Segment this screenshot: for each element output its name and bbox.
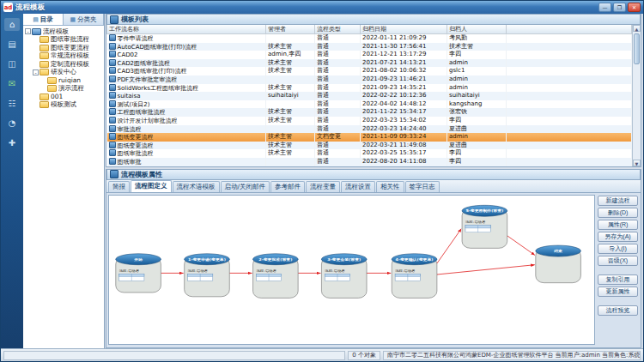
column-header[interactable] <box>507 25 632 34</box>
minimize-button[interactable]: — <box>598 3 611 12</box>
template-row[interactable]: AutoCAD图纸审批(打印)流程技术主管普通2021-11-30 17:56:… <box>107 43 632 51</box>
tab-relevance[interactable]: 相关性 <box>376 181 404 192</box>
cell-archive-date: 2022-08-20 14:11:08 <box>361 158 447 166</box>
tree-toggle-icon[interactable]: - <box>25 28 31 34</box>
import-button[interactable]: 导入(I) <box>598 244 638 254</box>
flow-node-end[interactable]: 结束 <box>536 245 581 283</box>
list-scrollbar[interactable]: ▲ ▼ <box>632 25 641 166</box>
template-row[interactable]: 图纸审批普通2022-08-20 14:11:08李四 <box>107 158 632 166</box>
flow-preview-button[interactable]: 流程预览 <box>598 305 638 316</box>
flow-canvas[interactable]: 开始流程:启动者1-变更申请(变更单)流程:启动者2-变更批准(首查)流程:启动… <box>108 195 595 346</box>
cell-manager <box>266 158 315 166</box>
cell-filler <box>507 75 632 84</box>
update-props-button[interactable]: 更新属性 <box>598 287 638 297</box>
template-row[interactable]: CAD2图纸审批流程技术主管普通2021-07-21 14:13:21admin <box>107 59 632 68</box>
tab-flow-settings[interactable]: 流程设置 <box>341 181 375 192</box>
tree-item[interactable]: 定制流程模板 <box>23 60 104 69</box>
status-bar: 0 个对象 南宁市二零二五科技有限公司鸿蒙EDM-企业图纸管理软件平台 当前用户… <box>1 348 643 361</box>
settings-icon[interactable]: ✚ <box>4 136 20 149</box>
template-table: 工作流名称管理者流程类型归档日期归档人零件申请流程普通2022-01-11 21… <box>106 25 632 166</box>
template-row[interactable]: 测试(项目2)普通2022-04-02 14:48:12kangshang <box>107 100 632 109</box>
copy-ref-button[interactable]: 复制引用 <box>598 275 638 285</box>
cell-archiver: 李四 <box>447 149 507 158</box>
template-row[interactable]: 审批流程普通2022-03-23 14:24:40夏进曲 <box>107 125 632 134</box>
tree-item[interactable]: -流程模板 <box>23 27 104 36</box>
maximize-button[interactable]: ❐ <box>613 3 626 12</box>
cell-manager: 技术主管 <box>266 142 315 150</box>
cell-manager <box>266 125 315 134</box>
props-panel-icon <box>110 170 118 178</box>
tree-item[interactable]: ruiqian <box>23 76 104 85</box>
tab-flow-definition[interactable]: 流程图定义 <box>131 180 172 192</box>
cell-archiver: 李四 <box>447 158 507 166</box>
tab-term-template[interactable]: 流程术语模板 <box>173 181 220 192</box>
column-header[interactable]: 管理者 <box>266 25 315 34</box>
users-icon[interactable]: ☷ <box>4 97 20 110</box>
cell-archive-date: 2022-02-22 10:12:36 <box>361 92 447 100</box>
flow-node-step4[interactable]: 4-变更确认(变更单)流程:启动者 <box>392 253 437 298</box>
column-header[interactable]: 工作流名称 <box>107 25 266 34</box>
tree-item[interactable]: 常规流程模板 <box>23 52 104 61</box>
new-flow-button[interactable]: 新建流程 <box>598 196 638 206</box>
tree-item[interactable]: 图纸变更流程 <box>23 44 104 52</box>
close-button[interactable]: ✕ <box>628 3 641 12</box>
cell-archiver: suihaitaiyi <box>447 92 507 100</box>
tab-sign-log[interactable]: 签字日志 <box>405 181 440 192</box>
properties-button[interactable]: 属性(R) <box>598 220 638 230</box>
cell-archiver: admin <box>447 84 507 93</box>
folder-icon <box>39 61 49 68</box>
template-row[interactable]: 工程图纸审批流程技术主管普通2021-11-22 15:34:17张宏铁 <box>107 108 632 117</box>
save-as-button[interactable]: 另存为(A) <box>598 232 638 242</box>
tree-item[interactable]: 图纸审批流程 <box>23 36 104 45</box>
template-row[interactable]: SolidWorks工程图纸审批流程技术主管普通2021-09-23 14:35… <box>107 84 632 93</box>
workflow-icon <box>109 100 116 107</box>
flow-node-subtitle: 流程:启动者 <box>256 268 276 273</box>
delete-button[interactable]: 删除(D) <box>598 208 638 218</box>
workflow-icon <box>109 51 116 57</box>
flow-node-start[interactable]: 开始流程:启动者 <box>116 253 161 292</box>
tree-toggle-icon[interactable]: - <box>33 69 39 75</box>
template-row[interactable]: 图纸变更流程技术主管普通2022-03-21 11:49:08夏进曲 <box>107 142 632 150</box>
props-tab-bar: 简报流程图定义流程术语模板启动/关闭邮件参考邮件流程变量流程设置相关性签字日志 <box>106 180 641 193</box>
list-panel-icon <box>110 15 118 24</box>
cell-filler <box>507 117 632 125</box>
scroll-up-icon[interactable]: ▲ <box>633 25 641 32</box>
tab-summary[interactable]: 简报 <box>108 181 130 192</box>
documents-icon[interactable]: ▤ <box>4 38 20 51</box>
template-row[interactable]: 图纸变更流程技术主管文档变更2021-11-09 09:33:24admin <box>107 133 632 142</box>
flow-node-step5[interactable]: 5-变更图制作(首查)流程:启动者 <box>462 205 507 248</box>
cell-archive-date: 2021-07-21 14:13:21 <box>361 59 447 68</box>
column-header[interactable]: 归档日期 <box>361 25 447 34</box>
template-row[interactable]: 图纸审批流程技术主管普通2022-03-25 15:35:17李四 <box>107 149 632 158</box>
template-row[interactable]: CAD02admin,李四普通2021-12-21 13:17:29李四 <box>107 51 632 59</box>
flow-node-title: 开始 <box>133 257 143 262</box>
flow-node-step3[interactable]: 3-变更会签(首查)流程:启动者 <box>321 253 367 298</box>
tree-item[interactable]: 001 <box>23 93 104 101</box>
tree-item[interactable]: -研发中心 <box>23 69 104 77</box>
tree-item-label: 001 <box>51 93 63 100</box>
template-row[interactable]: PDF文件审批定审流程普通2021-09-23 11:46:21admin <box>107 75 632 84</box>
tab-ref-mail[interactable]: 参考邮件 <box>270 181 305 192</box>
flow-node-step2[interactable]: 2-变更批准(首查)流程:启动者 <box>253 253 299 298</box>
template-row[interactable]: 设计开发计划审批流程技术主管普通2022-03-23 15:34:02李四 <box>107 117 632 125</box>
tab-flow-variables[interactable]: 流程变量 <box>306 181 340 192</box>
template-row[interactable]: CAD3图纸审批(打印)流程技术主管普通2021-08-02 10:06:32g… <box>107 67 632 75</box>
history-icon[interactable]: ◔ <box>4 117 20 130</box>
template-row[interactable]: suitaisasuihaitaiyi普通2022-02-22 10:12:36… <box>107 92 632 100</box>
scrollbar-thumb[interactable] <box>634 33 640 64</box>
column-header[interactable]: 归档人 <box>447 25 507 34</box>
mail-icon[interactable]: ✉ <box>4 77 20 90</box>
reports-icon[interactable]: ◫ <box>4 57 20 70</box>
tree-item[interactable]: 模板测试 <box>23 101 104 110</box>
tab-categories[interactable]: ▦分类夹 <box>64 14 104 25</box>
tab-directory[interactable]: ▤目录 <box>23 14 64 25</box>
upgrade-button[interactable]: 晋级(X) <box>598 256 638 266</box>
flow-node-step1[interactable]: 1-变更申请(变更单)流程:启动者 <box>185 253 230 296</box>
scroll-down-icon[interactable]: ▼ <box>633 160 641 166</box>
flow-node-title: 2-变更批准(首查) <box>258 256 292 261</box>
home-icon[interactable]: ⌂ <box>4 18 20 31</box>
tree-item[interactable]: 演示流程 <box>23 85 104 94</box>
column-header[interactable]: 流程类型 <box>315 25 361 34</box>
template-row[interactable]: 零件申请流程普通2022-01-11 21:09:29考风勤 <box>107 34 632 43</box>
tab-start-close-mail[interactable]: 启动/关闭邮件 <box>221 181 270 192</box>
